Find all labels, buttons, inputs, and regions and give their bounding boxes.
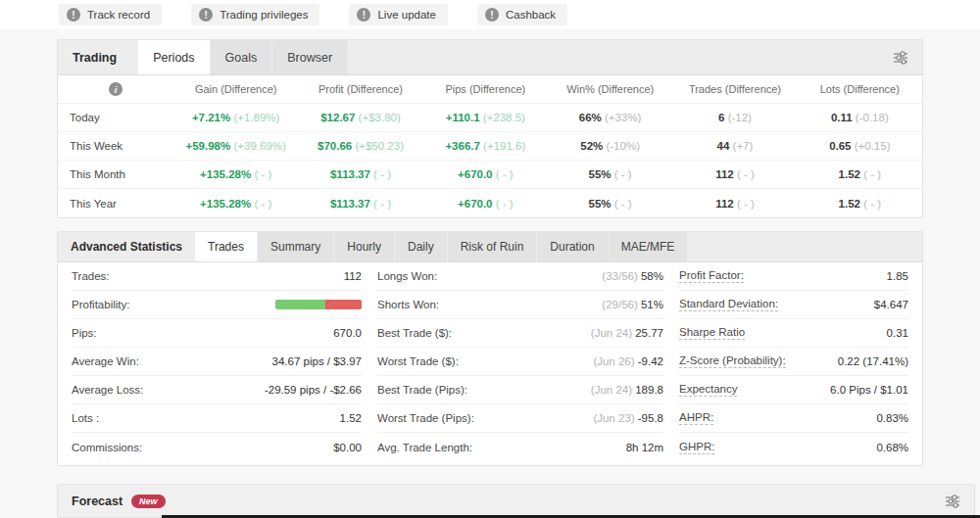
badge-live-update[interactable]: Live update <box>349 4 447 25</box>
trades-cell: 112 ( - ) <box>672 198 797 210</box>
profit-cell: $113.37 ( - ) <box>298 168 422 180</box>
exclamation-icon <box>67 8 80 22</box>
advanced-statistics-panel: Advanced Statistics Trades Summary Hourl… <box>57 231 923 466</box>
badge-label: Live update <box>377 9 435 21</box>
trades-cell: 6 (-12) <box>672 112 797 123</box>
table-row-this-month: This Month +135.28% ( - ) $113.37 ( - ) … <box>58 161 922 189</box>
badge-cashback[interactable]: Cashback <box>477 4 567 25</box>
profitability-bar <box>275 300 362 309</box>
col-header-gain: Gain (Difference) <box>173 83 298 95</box>
page-background: Trading Periods Goals Browser Gain (Diff… <box>0 29 980 518</box>
statistics-tabbar: Advanced Statistics Trades Summary Hourl… <box>58 232 922 262</box>
tab-hourly[interactable]: Hourly <box>334 232 395 261</box>
trades-cell: 112 ( - ) <box>672 168 797 180</box>
stat-row-longs-won: Longs Won:(33/56) 58% <box>377 262 663 291</box>
stat-row-trades: Trades:112 <box>72 262 362 291</box>
stats-column-left: Trades:112 Profitability: Pips:670.0 Ave… <box>72 262 362 461</box>
stat-row-best-trade-usd: Best Trade ($):(Jun 24) 25.77 <box>377 319 663 348</box>
filter-sliders-icon[interactable] <box>893 50 908 66</box>
forecast-panel: Forecast New <box>57 484 975 518</box>
stat-row-average-win: Average Win:34.67 pips / $3.97 <box>72 348 362 376</box>
tab-summary[interactable]: Summary <box>258 232 334 261</box>
tab-goals[interactable]: Goals <box>211 40 273 74</box>
stat-row-profit-factor: Profit Factor:1.85 <box>679 262 908 291</box>
pips-cell: +110.1 (+238.5) <box>423 112 548 123</box>
stat-row-profitability: Profitability: <box>72 291 362 319</box>
profitability-bar-red <box>325 300 362 309</box>
exclamation-icon <box>485 8 499 22</box>
stat-row-worst-trade-usd: Worst Trade ($):(Jun 26) -9.42 <box>377 348 663 376</box>
filter-sliders-icon[interactable] <box>945 494 960 509</box>
forecast-title: Forecast <box>72 494 122 508</box>
profit-cell: $113.37 ( - ) <box>298 198 422 210</box>
profit-cell: $12.67 (+$3.80) <box>298 112 422 123</box>
stat-row-lots: Lots :1.52 <box>72 404 362 433</box>
pips-cell: +366.7 (+191.6) <box>423 140 548 152</box>
badge-label: Cashback <box>506 9 556 21</box>
badge-track-record[interactable]: Track record <box>59 4 162 25</box>
pips-cell: +670.0 ( - ) <box>423 198 548 210</box>
stat-row-average-loss: Average Loss:-29.59 pips / -$2.66 <box>72 376 362 404</box>
tab-mae-mfe[interactable]: MAE/MFE <box>609 232 689 261</box>
pips-cell: +670.0 ( - ) <box>423 168 548 180</box>
stat-row-ahpr: AHPR:0.83% <box>679 404 908 433</box>
profit-cell: $70.66 (+$50.23) <box>298 140 422 152</box>
badge-trading-privileges[interactable]: Trading privileges <box>191 4 319 25</box>
gain-cell: +135.28% ( - ) <box>173 168 298 180</box>
info-icon[interactable] <box>109 82 122 96</box>
stat-row-best-trade-pips: Best Trade (Pips):(Jun 24) 189.8 <box>377 376 663 404</box>
exclamation-icon <box>199 8 213 22</box>
row-label: This Week <box>58 140 173 152</box>
tab-trading[interactable]: Trading <box>58 40 138 74</box>
periods-tabbar: Trading Periods Goals Browser <box>58 40 922 75</box>
col-header-pips: Pips (Difference) <box>423 83 548 95</box>
gain-cell: +7.21% (+1.89%) <box>173 112 298 123</box>
table-row-today: Today +7.21% (+1.89%) $12.67 (+$3.80) +1… <box>58 104 922 132</box>
stats-column-right: Profit Factor:1.85 Standard Deviation:$4… <box>679 262 908 461</box>
tab-daily[interactable]: Daily <box>395 232 448 261</box>
tab-duration[interactable]: Duration <box>537 232 608 261</box>
badge-label: Trading privileges <box>220 9 308 21</box>
table-row-this-year: This Year +135.28% ( - ) $113.37 ( - ) +… <box>58 189 922 217</box>
lots-cell: 1.52 ( - ) <box>798 168 922 180</box>
win-cell: 55% ( - ) <box>548 168 672 180</box>
lots-cell: 1.52 ( - ) <box>798 198 922 210</box>
col-header-lots: Lots (Difference) <box>798 83 922 95</box>
profitability-bar-green <box>275 300 325 309</box>
gain-cell: +135.28% ( - ) <box>173 198 298 210</box>
stat-row-worst-trade-pips: Worst Trade (Pips):(Jun 23) -95.8 <box>377 404 663 433</box>
stat-row-ghpr: GHPR:0.68% <box>679 433 908 461</box>
row-label: This Year <box>58 198 173 210</box>
win-cell: 66% (+33%) <box>548 112 672 123</box>
stat-row-pips: Pips:670.0 <box>72 319 362 348</box>
col-header-win: Win% (Difference) <box>548 83 672 95</box>
stat-row-shorts-won: Shorts Won:(29/56) 51% <box>377 291 663 319</box>
tab-browser[interactable]: Browser <box>272 40 348 74</box>
table-row-this-week: This Week +59.98% (+39.69%) $70.66 (+$50… <box>58 132 922 161</box>
lots-cell: 0.65 (+0.15) <box>798 140 922 152</box>
badge-label: Track record <box>87 9 150 21</box>
tab-periods[interactable]: Periods <box>138 40 210 74</box>
forecast-header: Forecast New <box>58 485 974 517</box>
win-cell: 55% ( - ) <box>548 198 672 210</box>
trades-cell: 44 (+7) <box>672 140 797 152</box>
row-label: This Month <box>58 168 173 180</box>
top-badges-strip: Track record Trading privileges Live upd… <box>0 0 980 29</box>
stats-column-middle: Longs Won:(33/56) 58% Shorts Won:(29/56)… <box>377 262 663 461</box>
tab-trades[interactable]: Trades <box>195 232 258 261</box>
new-badge: New <box>131 494 166 508</box>
stat-row-avg-trade-length: Avg. Trade Length: 8h 12m <box>377 433 663 461</box>
exclamation-icon <box>357 8 370 22</box>
periods-panel: Trading Periods Goals Browser Gain (Diff… <box>57 39 923 218</box>
statistics-body: Trades:112 Profitability: Pips:670.0 Ave… <box>58 262 922 465</box>
periods-table-header: Gain (Difference) Profit (Difference) Pi… <box>58 75 922 104</box>
stat-row-commissions: Commissions:$0.00 <box>72 433 362 461</box>
col-header-trades: Trades (Difference) <box>672 83 797 95</box>
stat-row-sharpe-ratio: Sharpe Ratio0.31 <box>679 319 908 348</box>
stat-row-z-score: Z-Score (Probability):0.22 (17.41%) <box>679 348 908 376</box>
tab-risk-of-ruin[interactable]: Risk of Ruin <box>448 232 538 261</box>
periods-table: Gain (Difference) Profit (Difference) Pi… <box>58 75 922 217</box>
stat-row-expectancy: Expectancy6.0 Pips / $1.01 <box>679 376 908 404</box>
panel-title: Advanced Statistics <box>58 232 195 261</box>
stat-row-standard-deviation: Standard Deviation:$4.647 <box>679 291 908 319</box>
